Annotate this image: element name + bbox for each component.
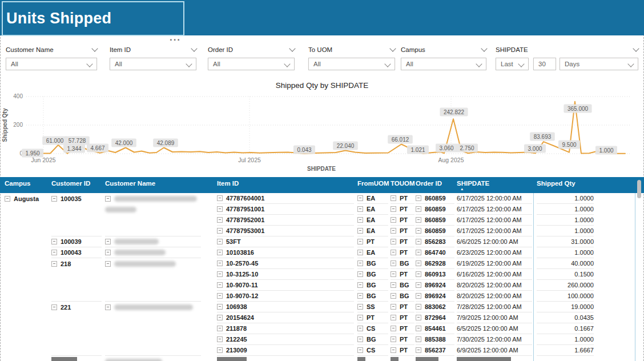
slicer-item-id-dropdown[interactable]: All [110,58,196,70]
slicer-to-uom-dropdown[interactable]: All [308,58,395,70]
collapse-icon[interactable] [51,304,57,310]
slicer-order-id-dropdown[interactable]: All [208,58,295,70]
chevron-down-icon[interactable] [91,45,98,51]
collapse-icon[interactable] [416,217,421,223]
collapse-icon[interactable] [391,347,396,353]
collapse-icon[interactable] [416,336,421,342]
collapse-icon[interactable] [357,206,363,212]
slicer-customer-name-dropdown[interactable]: All [6,58,97,70]
collapse-icon[interactable] [357,304,363,310]
chevron-down-icon[interactable] [389,45,396,51]
column-header-fromuom[interactable]: FromUOM [357,177,388,193]
collapse-icon[interactable] [416,293,421,299]
collapse-icon[interactable] [357,239,363,244]
collapse-icon[interactable] [217,271,223,277]
slicer-campus-dropdown[interactable]: All [401,58,486,70]
collapse-icon[interactable] [217,315,223,320]
collapse-icon[interactable] [5,196,10,202]
chevron-down-icon[interactable] [191,45,197,51]
column-header-touom[interactable]: TOUOM [391,177,414,193]
collapse-icon[interactable] [416,271,421,277]
collapse-icon[interactable] [217,195,223,201]
collapse-icon[interactable] [391,293,396,299]
collapse-icon[interactable] [51,196,57,202]
collapse-icon[interactable] [416,282,421,288]
collapse-icon[interactable] [357,282,363,288]
collapse-icon[interactable] [357,195,363,201]
collapse-icon[interactable] [391,260,396,266]
collapse-icon[interactable] [357,326,363,331]
column-header-shipped-qty[interactable]: Shipped Qty [537,177,594,193]
collapse-icon[interactable] [51,239,57,244]
collapse-icon[interactable] [217,228,223,234]
chevron-down-icon[interactable] [633,45,639,51]
shipdate-mode-dropdown[interactable]: Last [496,58,529,70]
chevron-down-icon[interactable] [481,45,487,51]
collapse-icon[interactable] [51,250,57,255]
collapse-icon[interactable] [391,336,396,342]
collapse-icon[interactable] [217,217,223,223]
collapse-icon[interactable] [105,250,111,255]
collapse-icon[interactable] [217,347,223,353]
redacted-customer-name [114,196,197,202]
collapse-icon[interactable] [217,293,223,299]
collapse-icon[interactable] [416,347,421,353]
collapse-icon[interactable] [357,336,363,342]
collapse-icon[interactable] [391,239,396,244]
table-scrollbar[interactable] [637,180,641,198]
table-row: 212245BGPT8853887/30/2025 12:00:00 AM1.0… [0,334,644,345]
collapse-icon[interactable] [217,336,223,342]
collapse-icon[interactable] [391,271,396,277]
collapse-icon[interactable] [105,196,111,202]
collapse-icon[interactable] [217,326,223,331]
shipdate-unit-dropdown[interactable]: Days [560,58,638,70]
collapse-icon[interactable] [416,239,421,244]
collapse-icon[interactable] [391,282,396,288]
collapse-icon[interactable] [105,261,111,267]
collapse-icon[interactable] [391,228,396,234]
column-header-item-id[interactable]: Item ID [217,177,354,193]
collapse-icon[interactable] [51,261,57,267]
collapse-icon[interactable] [391,315,396,320]
collapse-icon[interactable] [416,260,421,266]
collapse-icon[interactable] [416,315,421,320]
collapse-icon[interactable] [416,326,421,331]
collapse-icon[interactable] [105,239,111,244]
collapse-icon[interactable] [217,282,223,288]
column-header-shipdate[interactable]: SHIPDATE [457,177,532,193]
collapse-icon[interactable] [391,206,396,212]
collapse-icon[interactable] [357,250,363,255]
column-header-campus[interactable]: Campus [5,177,49,193]
more-options-icon[interactable]: ··· [170,34,181,46]
collapse-icon[interactable] [416,304,421,310]
collapse-icon[interactable] [416,250,421,255]
collapse-icon[interactable] [105,304,111,310]
column-header-order-id[interactable]: Order ID [416,177,454,193]
collapse-icon[interactable] [391,195,396,201]
collapse-icon[interactable] [416,228,421,234]
collapse-icon[interactable] [357,315,363,320]
column-header-customer-name[interactable]: Customer Name [105,177,201,193]
column-header-customer-id[interactable]: Customer ID [51,177,102,193]
collapse-icon[interactable] [357,293,363,299]
shipdate-number-input[interactable]: 30 [533,58,556,70]
collapse-icon[interactable] [391,250,396,255]
collapse-icon[interactable] [416,206,421,212]
collapse-icon[interactable] [357,228,363,234]
collapse-icon[interactable] [391,217,396,223]
chevron-down-icon[interactable] [289,45,295,51]
collapse-icon[interactable] [217,260,223,266]
collapse-icon[interactable] [217,239,223,244]
data-label: 1.000 [599,147,613,154]
collapse-icon[interactable] [217,250,223,255]
collapse-icon[interactable] [391,326,396,331]
collapse-icon[interactable] [357,271,363,277]
collapse-icon[interactable] [357,260,363,266]
collapse-icon[interactable] [416,195,421,201]
collapse-icon[interactable] [217,206,223,212]
collapse-icon[interactable] [357,347,363,353]
collapse-icon[interactable] [391,304,396,310]
collapse-icon[interactable] [357,217,363,223]
collapse-icon[interactable] [217,304,223,310]
shipped-qty-cell: 1.0000 [537,215,594,226]
